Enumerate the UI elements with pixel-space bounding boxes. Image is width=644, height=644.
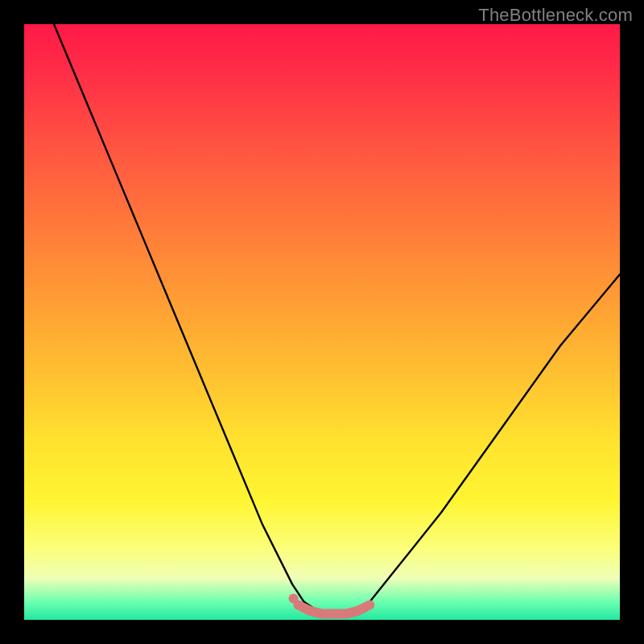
curve-svg [24, 24, 620, 620]
plot-area [24, 24, 620, 620]
chart-frame: TheBottleneck.com [0, 0, 644, 644]
optimal-range-marker [298, 605, 369, 614]
bottleneck-curve [54, 24, 620, 614]
watermark-text: TheBottleneck.com [478, 5, 633, 26]
optimal-range-start-dot [289, 594, 299, 604]
